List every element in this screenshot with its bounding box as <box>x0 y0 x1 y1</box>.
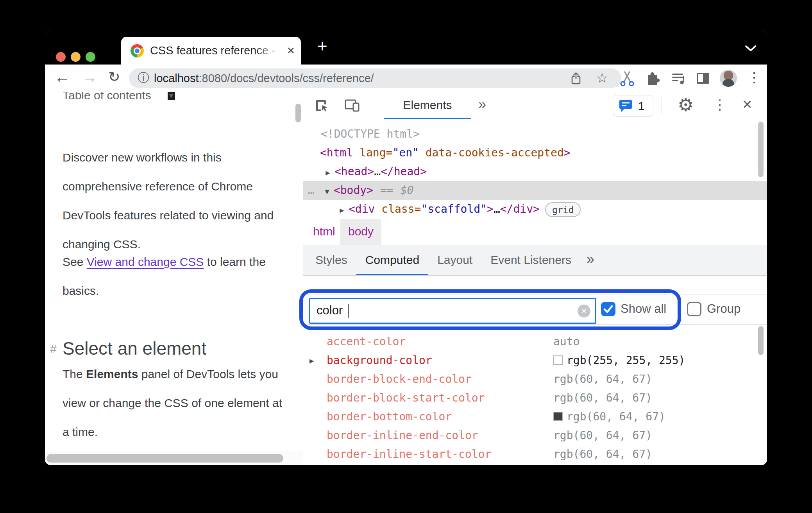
scissors-extension-icon[interactable] <box>619 70 636 87</box>
property-value: rgb(60, 64, 67) <box>553 370 652 389</box>
new-tab-button[interactable]: + <box>317 30 327 65</box>
tab-event-listeners[interactable]: Event Listeners <box>481 245 580 275</box>
dom-line-div-scaffold[interactable]: ▶<div class="scaffold">…</div>grid <box>303 200 767 219</box>
group-label[interactable]: Group <box>707 294 740 325</box>
color-swatch[interactable] <box>553 355 563 365</box>
computed-property-row[interactable]: accent-colorauto <box>303 332 767 351</box>
computed-property-row[interactable]: border-inline-end-colorrgb(60, 64, 67) <box>303 426 767 445</box>
dom-line-html[interactable]: <html lang="en" data-cookies-accepted> <box>303 143 767 162</box>
grid-badge[interactable]: grid <box>545 202 581 217</box>
html-open-tag: <html <box>320 146 353 159</box>
computed-property-row[interactable]: border-bottom-colorrgb(60, 64, 67) <box>303 407 767 426</box>
dom-breadcrumbs: html body <box>303 219 767 245</box>
div-open-tag: <div <box>349 203 375 215</box>
issues-counter-button[interactable]: 1 <box>613 95 653 117</box>
more-panels-icon[interactable]: » <box>478 92 486 119</box>
devtools-menu-icon[interactable]: ⋮ <box>713 92 727 119</box>
equals: = <box>386 146 393 159</box>
view-and-change-css-link[interactable]: View and change CSS <box>87 255 204 268</box>
tab-close-icon[interactable]: × <box>287 37 295 65</box>
media-playlist-icon[interactable] <box>671 70 688 87</box>
collapse-arrow-icon[interactable]: ▼ <box>320 182 334 201</box>
browser-menu-icon[interactable]: ⋮ <box>747 65 761 92</box>
devtools-close-icon[interactable]: × <box>742 92 752 119</box>
heading-anchor-hash[interactable]: # <box>50 343 57 356</box>
property-name: border-bottom-color <box>327 407 452 426</box>
dom-line-head[interactable]: ▶<head>…</head> <box>303 162 767 181</box>
div-ellipsis: … <box>494 203 500 215</box>
computed-property-row[interactable]: border-inline-start-colorrgb(60, 64, 67) <box>303 445 767 464</box>
browser-tab[interactable]: CSS features reference - Chron × <box>121 37 301 65</box>
body-tag: <body> <box>334 184 373 197</box>
property-name: border-inline-start-color <box>327 445 491 464</box>
page-horizontal-scrollbar[interactable] <box>45 452 303 465</box>
tab-strip: CSS features reference - Chron × + <box>45 30 767 65</box>
back-button[interactable]: ← <box>54 65 70 92</box>
share-icon[interactable] <box>570 72 582 85</box>
tab-styles[interactable]: Styles <box>306 245 356 275</box>
device-toolbar-icon[interactable] <box>344 98 360 113</box>
gutter-dots[interactable]: … <box>308 184 315 197</box>
group-checkbox[interactable] <box>687 302 701 316</box>
page-horizontal-scrollbar-thumb[interactable] <box>47 454 283 463</box>
head-open-tag: <head> <box>334 165 374 178</box>
tab-layout[interactable]: Layout <box>428 245 481 275</box>
inspect-element-icon[interactable] <box>314 98 330 113</box>
bookmark-star-icon[interactable]: ☆ <box>596 68 608 88</box>
div-close-bracket: > <box>487 203 494 215</box>
site-info-icon[interactable]: ⓘ <box>138 68 149 88</box>
toc-label: Table of contents <box>63 92 151 102</box>
computed-property-row[interactable]: border-block-end-colorrgb(60, 64, 67) <box>303 370 767 389</box>
breadcrumb-html[interactable]: html <box>313 219 335 245</box>
filter-input[interactable]: color × <box>309 298 596 324</box>
side-panel-icon[interactable] <box>694 70 712 87</box>
expand-arrow-icon[interactable]: ▶ <box>321 163 334 182</box>
dollar-zero: $0 <box>401 184 414 197</box>
show-all-checkbox[interactable] <box>601 302 615 316</box>
sidebar-tabs: Styles Computed Layout Event Listeners » <box>303 245 767 276</box>
tab-search-chevron-icon[interactable] <box>744 45 758 52</box>
expand-arrow-icon[interactable]: ▶ <box>335 201 349 219</box>
settings-gear-icon[interactable]: ⚙ <box>678 92 694 119</box>
table-of-contents-toggle[interactable]: Table of contents▼ <box>63 92 175 102</box>
screenshot-stage: CSS features reference - Chron × + ← → ↻… <box>0 0 812 513</box>
attr-cookies: data-cookies-accepted <box>419 146 564 159</box>
show-all-label[interactable]: Show all <box>621 294 666 325</box>
close-window-button[interactable] <box>56 52 66 62</box>
dom-line-body-selected[interactable]: …▼<body>==$0 <box>303 181 767 200</box>
property-name: border-inline-end-color <box>327 426 478 445</box>
text-caret <box>348 304 349 318</box>
body-equals: == <box>380 184 393 197</box>
head-close-tag: </head> <box>381 165 427 178</box>
property-name: border-block-start-color <box>327 389 485 407</box>
computed-property-row[interactable]: border-block-start-colorrgb(60, 64, 67) <box>303 389 767 407</box>
attr-class: class <box>375 203 414 215</box>
computed-property-row[interactable]: ▶background-colorrgb(255, 255, 255) <box>303 351 767 370</box>
minimize-window-button[interactable] <box>71 52 80 62</box>
dom-scrollbar-thumb[interactable] <box>758 122 764 177</box>
profile-avatar[interactable] <box>720 70 737 87</box>
attr-lang: lang <box>353 146 386 159</box>
issues-count: 1 <box>638 95 645 116</box>
body-bold: Elements <box>86 368 138 380</box>
address-bar[interactable]: ⓘ localhost:8080/docs/devtools/css/refer… <box>129 68 621 88</box>
clear-filter-icon[interactable]: × <box>578 305 590 317</box>
devtools-toolbar: Elements » 1 ⚙ ⋮ × <box>303 92 767 119</box>
reload-button[interactable]: ↻ <box>108 65 120 92</box>
equals: = <box>415 203 421 215</box>
forward-button[interactable]: → <box>82 65 97 92</box>
property-value: rgb(60, 64, 67) <box>553 389 652 407</box>
extensions-puzzle-icon[interactable] <box>644 70 661 87</box>
tab-computed[interactable]: Computed <box>356 245 428 275</box>
page-vertical-scrollbar-thumb[interactable] <box>295 104 301 122</box>
breadcrumb-body[interactable]: body <box>340 219 381 245</box>
more-sidebar-tabs-icon[interactable]: » <box>580 245 601 275</box>
property-name: background-color <box>327 351 432 370</box>
tab-title: CSS features reference - Chron <box>150 37 279 65</box>
expand-arrow-icon[interactable]: ▶ <box>309 351 314 370</box>
toc-caret-icon: ▼ <box>168 92 175 100</box>
tab-elements[interactable]: Elements <box>384 92 471 119</box>
dom-line-doctype[interactable]: <!DOCTYPE html> <box>303 125 767 143</box>
zoom-window-button[interactable] <box>86 52 95 62</box>
color-swatch[interactable] <box>553 412 563 421</box>
